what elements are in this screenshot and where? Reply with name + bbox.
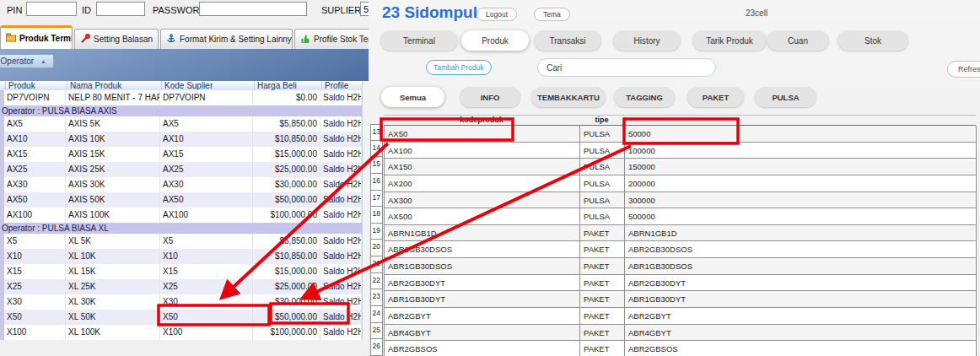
nav-history[interactable]: History <box>613 30 681 51</box>
table-row[interactable]: AX50AXIS 50KAX50$50,000.00Saldo H2H <box>0 192 369 208</box>
cell-nama-produk: XL 30K <box>66 294 160 310</box>
column-header-kode-suplier[interactable]: Kode Suplier <box>162 81 255 90</box>
row-number[interactable]: 21 <box>370 256 383 273</box>
column-header-blank <box>624 116 976 125</box>
column-header-profile[interactable]: Profile <box>322 81 363 90</box>
suplier-input[interactable] <box>360 2 369 16</box>
cell-produk: X50 <box>4 310 66 325</box>
cell-kode-suplier: AX100 <box>160 208 253 223</box>
id-input[interactable] <box>96 2 145 16</box>
tambah-produk-button[interactable]: Tambah Produk <box>426 60 492 75</box>
cell-harga-beli: $15,000.00 <box>253 264 320 279</box>
filter-tagging[interactable]: TAGGING <box>614 87 675 107</box>
cell-tipe: PULSA <box>580 208 625 225</box>
cell-kodeproduk: AX200 <box>385 175 580 192</box>
tab-produk-terminal[interactable]: Produk Terminal <box>0 25 73 49</box>
row-number[interactable]: 22 <box>370 273 383 290</box>
row-number[interactable]: 23 <box>370 289 383 306</box>
row-number[interactable]: 17 <box>370 191 383 208</box>
tab-label: Profile Stok Ter <box>314 35 369 44</box>
row-number[interactable]: 19 <box>370 224 383 240</box>
cell-produk: AX15 <box>4 147 66 162</box>
row-number[interactable]: 25 <box>370 323 383 340</box>
table-row[interactable]: AX150PULSA150000 <box>385 159 976 175</box>
column-header-nama-produk[interactable]: Nama Produk <box>67 81 162 90</box>
cell-kode-suplier: AX15 <box>160 147 253 162</box>
cell-kodeproduk: ABR1GB30DSOS <box>385 258 580 275</box>
nav-transaksi[interactable]: Transaksi <box>534 30 601 51</box>
nav-cuan[interactable]: Cuan <box>767 30 829 51</box>
table-row[interactable]: AX15AXIS 15KAX15$15,000.00Saldo H2H <box>0 147 369 162</box>
nav-stok[interactable]: Stok <box>837 30 908 51</box>
tab-format-kirim-setting-lainnya[interactable]: Format Kirim & Setting Lainnya <box>160 29 293 49</box>
operator-group-chip[interactable]: Operator ▲ <box>0 54 54 68</box>
cell-value: ABR1GB30DYT <box>625 291 977 308</box>
table-row[interactable]: ABR1GB30DSOSPAKETABR1GB30DSOS <box>385 258 976 275</box>
right-table-header: kodeproduktipe <box>384 115 976 126</box>
table-row[interactable]: ABR1GB30DYTPAKETABR1GB30DYT <box>385 291 976 308</box>
filter-pulsa[interactable]: PULSA <box>755 87 816 107</box>
cell-kode-suplier: X100 <box>160 325 253 340</box>
table-row[interactable]: X10XL 10KX10$10,850.00Saldo H2H <box>0 249 369 264</box>
cell-kodeproduk: ABRN1GB1D <box>385 225 580 242</box>
cell-kode-suplier: X30 <box>160 294 253 310</box>
tab-profile-stok-ter[interactable]: Profile Stok Ter <box>294 29 369 49</box>
table-row[interactable]: AX30AXIS 30KAX30$30,000.00Saldo H2H <box>0 177 369 192</box>
table-row[interactable]: AX50PULSA50000 <box>385 126 976 143</box>
table-row[interactable]: AX200PULSA200000 <box>385 175 976 192</box>
cell-profile: Saldo H2H <box>320 249 362 264</box>
table-row[interactable]: ABR2GB30DYTPAKETABR2GB30DYT <box>385 275 976 292</box>
row-number[interactable]: 18 <box>370 207 383 224</box>
table-row[interactable]: X30XL 30KX30$30,000.00Saldo H2H <box>0 294 369 310</box>
group-row: Operator : PULSA BIASA AXIS <box>0 105 369 116</box>
left-header-gutter <box>0 81 6 90</box>
table-row[interactable]: ABR2GBYTPAKETABR2GBYT <box>385 308 976 325</box>
row-number[interactable]: 13 <box>370 124 383 141</box>
pin-input[interactable] <box>26 2 77 16</box>
nav-tarik-produk[interactable]: Tarik Produk <box>692 30 767 51</box>
cell-profile: Saldo H2H <box>320 177 362 192</box>
left-scrollbar[interactable] <box>362 81 369 340</box>
table-row[interactable]: AX300PULSA300000 <box>385 192 976 209</box>
row-number[interactable]: 14 <box>370 141 383 158</box>
table-row[interactable]: AX10AXIS 10KAX10$10,850.00Saldo H2H <box>0 132 369 147</box>
table-row[interactable]: DP7VOIPNNELP 80 MENIT - 7 HARIDP7VOIPN$0… <box>0 90 369 105</box>
tema-button[interactable]: Tema <box>534 8 570 21</box>
logout-button[interactable]: Logout <box>477 8 517 21</box>
password-input[interactable] <box>199 2 307 16</box>
table-row[interactable]: X5XL 5KX5$5,850.00Saldo H2H <box>0 234 369 249</box>
table-row[interactable]: X100XL 100KX100$100,000.00Saldo H2H <box>0 325 369 340</box>
column-header-produk[interactable]: Produk <box>6 81 67 90</box>
table-row[interactable]: AX100PULSA100000 <box>385 143 976 159</box>
row-number[interactable]: 20 <box>370 240 383 256</box>
row-number[interactable]: 26 <box>370 339 383 356</box>
filter-tembakkartu[interactable]: TEMBAKKARTU <box>531 87 606 107</box>
search-input[interactable] <box>537 58 716 77</box>
cell-kode-suplier: AX25 <box>160 162 253 177</box>
tab-setting-balasan[interactable]: Setting Balasan <box>74 29 159 49</box>
cell-profile: Saldo H2H <box>320 325 362 340</box>
column-header-harga-beli[interactable]: Harga Beli <box>255 81 322 90</box>
nav-produk[interactable]: Produk <box>461 30 529 51</box>
row-number[interactable]: 15 <box>370 157 383 174</box>
table-row[interactable]: ABRN1GB1DPAKETABRN1GB1D <box>385 225 976 242</box>
filter-semua[interactable]: Semua <box>381 87 444 107</box>
table-row[interactable]: X50XL 50KX50$50,000.00Saldo H2H <box>0 310 369 325</box>
filter-paket[interactable]: PAKET <box>687 87 744 107</box>
table-row[interactable]: AX100AXIS 100KAX100$100,000.00Saldo H2H <box>0 208 369 223</box>
table-row[interactable]: AX500PULSA500000 <box>385 208 976 225</box>
cell-value: 150000 <box>625 159 977 175</box>
filter-info[interactable]: INFO <box>460 87 520 107</box>
table-row[interactable]: ABR4GBYTPAKETABR4GBYT <box>385 325 976 342</box>
refresh-button[interactable]: Refresh <box>947 61 980 78</box>
row-number[interactable]: 16 <box>370 174 383 191</box>
nav-terminal[interactable]: Terminal <box>380 30 458 51</box>
table-row[interactable]: ABR2GBSOSPAKETABR2GBSOS <box>385 341 976 356</box>
table-row[interactable]: X15XL 15KX15$15,000.00Saldo H2H <box>0 264 369 279</box>
table-row[interactable]: ABR2GB30DSOSPAKETABR2GB30DSOS <box>385 241 976 258</box>
table-row[interactable]: X25XL 25KX25$25,000.00Saldo H2H <box>0 279 369 294</box>
row-number[interactable]: 24 <box>370 306 383 323</box>
cell-nama-produk: XL 5K <box>66 234 160 249</box>
table-row[interactable]: AX5AXIS 5KAX5$5,850.00Saldo H2H <box>0 116 369 132</box>
table-row[interactable]: AX25AXIS 25KAX25$25,000.00Saldo H2H <box>0 162 369 177</box>
